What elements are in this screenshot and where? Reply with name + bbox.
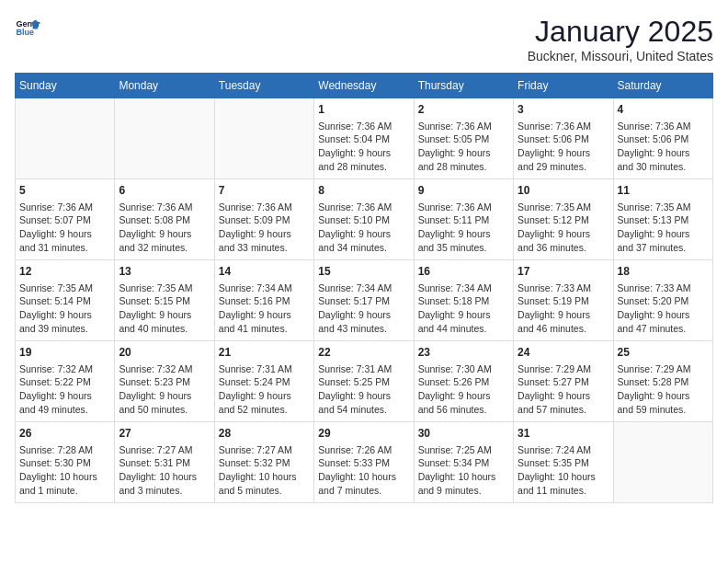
day-info: Sunrise: 7:35 AM Sunset: 5:13 PM Dayligh… — [618, 201, 709, 255]
calendar-subtitle: Buckner, Missouri, United States — [528, 49, 713, 63]
day-info: Sunrise: 7:32 AM Sunset: 5:22 PM Dayligh… — [19, 362, 110, 417]
calendar-cell: 13Sunrise: 7:35 AM Sunset: 5:15 PM Dayli… — [115, 260, 214, 341]
day-number: 30 — [418, 426, 509, 442]
day-number: 24 — [518, 345, 609, 361]
day-info: Sunrise: 7:36 AM Sunset: 5:06 PM Dayligh… — [518, 120, 609, 174]
calendar-cell: 16Sunrise: 7:34 AM Sunset: 5:18 PM Dayli… — [414, 260, 513, 341]
calendar-week-1: 1Sunrise: 7:36 AM Sunset: 5:04 PM Daylig… — [16, 98, 713, 179]
day-number: 31 — [518, 426, 609, 442]
day-number: 6 — [119, 183, 210, 199]
day-info: Sunrise: 7:34 AM Sunset: 5:17 PM Dayligh… — [318, 282, 409, 336]
day-info: Sunrise: 7:31 AM Sunset: 5:25 PM Dayligh… — [318, 362, 409, 417]
logo: General Blue — [15, 15, 40, 40]
calendar-cell: 23Sunrise: 7:30 AM Sunset: 5:26 PM Dayli… — [414, 341, 513, 422]
svg-text:Blue: Blue — [16, 28, 34, 37]
calendar-cell: 24Sunrise: 7:29 AM Sunset: 5:27 PM Dayli… — [514, 341, 613, 422]
day-info: Sunrise: 7:36 AM Sunset: 5:04 PM Dayligh… — [318, 120, 409, 174]
calendar-title: January 2025 — [528, 15, 713, 49]
title-block: January 2025 Buckner, Missouri, United S… — [528, 15, 713, 63]
header-saturday: Saturday — [613, 74, 712, 98]
day-number: 8 — [318, 183, 409, 199]
day-number: 4 — [618, 102, 709, 118]
day-info: Sunrise: 7:35 AM Sunset: 5:12 PM Dayligh… — [518, 201, 609, 255]
day-info: Sunrise: 7:29 AM Sunset: 5:27 PM Dayligh… — [518, 362, 609, 417]
day-number: 14 — [219, 264, 310, 280]
calendar-cell — [115, 98, 214, 179]
calendar-cell: 26Sunrise: 7:28 AM Sunset: 5:30 PM Dayli… — [16, 422, 115, 503]
calendar-cell: 6Sunrise: 7:36 AM Sunset: 5:08 PM Daylig… — [115, 179, 214, 260]
header-tuesday: Tuesday — [214, 74, 313, 98]
day-info: Sunrise: 7:34 AM Sunset: 5:18 PM Dayligh… — [418, 282, 509, 336]
day-number: 17 — [518, 264, 609, 280]
calendar-cell: 7Sunrise: 7:36 AM Sunset: 5:09 PM Daylig… — [214, 179, 313, 260]
day-info: Sunrise: 7:29 AM Sunset: 5:28 PM Dayligh… — [618, 362, 709, 417]
calendar-cell: 15Sunrise: 7:34 AM Sunset: 5:17 PM Dayli… — [314, 260, 414, 341]
calendar-cell: 11Sunrise: 7:35 AM Sunset: 5:13 PM Dayli… — [613, 179, 712, 260]
day-info: Sunrise: 7:35 AM Sunset: 5:14 PM Dayligh… — [19, 282, 110, 336]
day-info: Sunrise: 7:35 AM Sunset: 5:15 PM Dayligh… — [119, 282, 210, 336]
day-number: 7 — [219, 183, 310, 199]
logo-icon: General Blue — [15, 15, 40, 40]
day-number: 19 — [19, 345, 110, 361]
day-number: 27 — [119, 426, 210, 442]
day-info: Sunrise: 7:27 AM Sunset: 5:32 PM Dayligh… — [219, 443, 310, 498]
calendar-cell — [16, 98, 115, 179]
calendar-cell: 9Sunrise: 7:36 AM Sunset: 5:11 PM Daylig… — [414, 179, 513, 260]
header-friday: Friday — [514, 74, 613, 98]
calendar-cell: 8Sunrise: 7:36 AM Sunset: 5:10 PM Daylig… — [314, 179, 414, 260]
day-number: 18 — [618, 264, 709, 280]
day-info: Sunrise: 7:33 AM Sunset: 5:19 PM Dayligh… — [518, 282, 609, 336]
day-number: 9 — [418, 183, 509, 199]
calendar-week-2: 5Sunrise: 7:36 AM Sunset: 5:07 PM Daylig… — [16, 179, 713, 260]
calendar-cell: 30Sunrise: 7:25 AM Sunset: 5:34 PM Dayli… — [414, 422, 513, 503]
calendar-cell: 22Sunrise: 7:31 AM Sunset: 5:25 PM Dayli… — [314, 341, 414, 422]
calendar-cell — [613, 422, 712, 503]
day-number: 13 — [119, 264, 210, 280]
page-header: General Blue January 2025 Buckner, Misso… — [15, 15, 713, 63]
calendar-cell: 5Sunrise: 7:36 AM Sunset: 5:07 PM Daylig… — [16, 179, 115, 260]
day-number: 2 — [418, 102, 509, 118]
header-monday: Monday — [115, 74, 214, 98]
calendar-cell — [214, 98, 313, 179]
day-number: 11 — [618, 183, 709, 199]
calendar-cell: 25Sunrise: 7:29 AM Sunset: 5:28 PM Dayli… — [613, 341, 712, 422]
calendar-cell: 1Sunrise: 7:36 AM Sunset: 5:04 PM Daylig… — [314, 98, 414, 179]
day-info: Sunrise: 7:25 AM Sunset: 5:34 PM Dayligh… — [418, 443, 509, 498]
day-number: 20 — [119, 345, 210, 361]
calendar-cell: 4Sunrise: 7:36 AM Sunset: 5:06 PM Daylig… — [613, 98, 712, 179]
day-info: Sunrise: 7:36 AM Sunset: 5:10 PM Dayligh… — [318, 201, 409, 255]
day-number: 16 — [418, 264, 509, 280]
calendar-week-3: 12Sunrise: 7:35 AM Sunset: 5:14 PM Dayli… — [16, 260, 713, 341]
day-number: 28 — [219, 426, 310, 442]
day-number: 15 — [318, 264, 409, 280]
calendar-cell: 10Sunrise: 7:35 AM Sunset: 5:12 PM Dayli… — [514, 179, 613, 260]
day-number: 3 — [518, 102, 609, 118]
day-number: 12 — [19, 264, 110, 280]
calendar-cell: 20Sunrise: 7:32 AM Sunset: 5:23 PM Dayli… — [115, 341, 214, 422]
day-info: Sunrise: 7:36 AM Sunset: 5:09 PM Dayligh… — [219, 201, 310, 255]
day-number: 23 — [418, 345, 509, 361]
calendar-cell: 12Sunrise: 7:35 AM Sunset: 5:14 PM Dayli… — [16, 260, 115, 341]
day-info: Sunrise: 7:30 AM Sunset: 5:26 PM Dayligh… — [418, 362, 509, 417]
calendar-cell: 17Sunrise: 7:33 AM Sunset: 5:19 PM Dayli… — [514, 260, 613, 341]
day-number: 26 — [19, 426, 110, 442]
day-number: 25 — [618, 345, 709, 361]
day-info: Sunrise: 7:31 AM Sunset: 5:24 PM Dayligh… — [219, 362, 310, 417]
day-info: Sunrise: 7:36 AM Sunset: 5:05 PM Dayligh… — [418, 120, 509, 174]
day-info: Sunrise: 7:36 AM Sunset: 5:07 PM Dayligh… — [19, 201, 110, 255]
day-number: 22 — [318, 345, 409, 361]
day-info: Sunrise: 7:34 AM Sunset: 5:16 PM Dayligh… — [219, 282, 310, 336]
day-number: 29 — [318, 426, 409, 442]
day-number: 5 — [19, 183, 110, 199]
calendar-cell: 2Sunrise: 7:36 AM Sunset: 5:05 PM Daylig… — [414, 98, 513, 179]
calendar-cell: 19Sunrise: 7:32 AM Sunset: 5:22 PM Dayli… — [16, 341, 115, 422]
calendar-cell: 31Sunrise: 7:24 AM Sunset: 5:35 PM Dayli… — [514, 422, 613, 503]
calendar-table: Sunday Monday Tuesday Wednesday Thursday… — [15, 73, 713, 503]
calendar-cell: 21Sunrise: 7:31 AM Sunset: 5:24 PM Dayli… — [214, 341, 313, 422]
calendar-cell: 29Sunrise: 7:26 AM Sunset: 5:33 PM Dayli… — [314, 422, 414, 503]
day-info: Sunrise: 7:36 AM Sunset: 5:11 PM Dayligh… — [418, 201, 509, 255]
calendar-cell: 27Sunrise: 7:27 AM Sunset: 5:31 PM Dayli… — [115, 422, 214, 503]
header-wednesday: Wednesday — [314, 74, 414, 98]
day-info: Sunrise: 7:27 AM Sunset: 5:31 PM Dayligh… — [119, 443, 210, 498]
calendar-cell: 18Sunrise: 7:33 AM Sunset: 5:20 PM Dayli… — [613, 260, 712, 341]
